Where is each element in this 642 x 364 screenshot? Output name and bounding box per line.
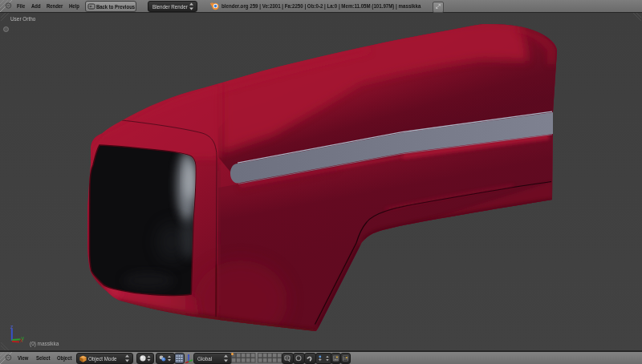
svg-text:z: z xyxy=(10,324,14,330)
svg-text:x: x xyxy=(20,338,23,343)
